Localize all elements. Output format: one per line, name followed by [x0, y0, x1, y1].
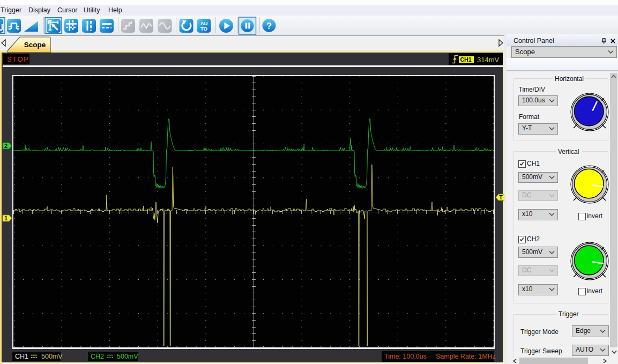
svg-text:T: T: [499, 194, 503, 200]
svg-text:Scope: Scope: [24, 40, 46, 48]
svg-text:?: ?: [266, 21, 272, 31]
svg-text:1: 1: [4, 215, 8, 221]
svg-text:TO: TO: [200, 26, 207, 32]
svg-text:2: 2: [4, 143, 8, 149]
